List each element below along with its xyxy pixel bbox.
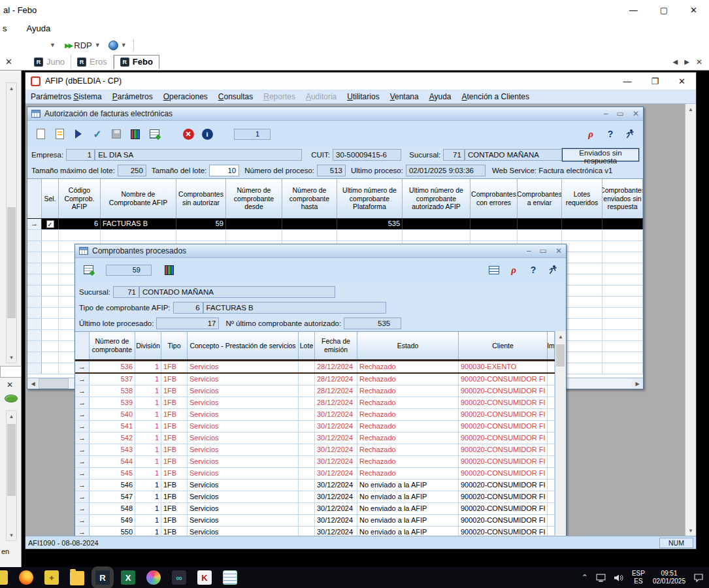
afip-menu-atenci-n-a-clientes[interactable]: Atención a Clientes: [457, 92, 535, 101]
proc-sucursal-code-field[interactable]: 71: [113, 286, 139, 298]
host-minimize-button[interactable]: —: [629, 5, 638, 15]
columns-button[interactable]: [127, 125, 144, 142]
afip-close-button[interactable]: ✕: [678, 76, 685, 86]
scroll-down-icon[interactable]: ▼: [7, 530, 16, 540]
comprobante-row-545[interactable]: →54511FBServicios30/12/2024Rechazado9000…: [75, 468, 566, 480]
proc-minimize-button[interactable]: –: [527, 246, 531, 255]
paint-icon[interactable]: [146, 570, 161, 585]
afip-menu-ayuda[interactable]: Ayuda: [424, 92, 457, 101]
vscroll-thumb[interactable]: [556, 344, 565, 367]
rdp-connect-icon[interactable]: ▶▶: [65, 42, 72, 49]
afip-minimize-button[interactable]: —: [623, 76, 631, 86]
comprobante-row-540[interactable]: →54011FBServicios30/12/2024Rechazado9000…: [75, 409, 566, 421]
comprobante-row-546[interactable]: →54611FBServicios30/12/2024No enviado a …: [75, 480, 566, 491]
rdp-dropdown-caret[interactable]: ▼: [95, 42, 101, 48]
tray-expand-icon[interactable]: ⌃: [582, 573, 588, 582]
visual-studio-icon[interactable]: ∞: [172, 570, 186, 585]
exit-runner-button[interactable]: [621, 125, 638, 142]
empresa-name-field[interactable]: EL DIA SA: [95, 149, 302, 161]
proc-sucursal-name-field[interactable]: CONTADO MAÑANA: [139, 286, 335, 298]
help-button[interactable]: ?: [602, 125, 619, 142]
comprobante-row-550[interactable]: →55011FBServicios30/12/2024No enviado a …: [75, 527, 566, 536]
proc-tipo-code-field[interactable]: 6: [173, 302, 203, 314]
proc-vertical-scrollbar[interactable]: ▲: [555, 331, 566, 535]
new-record-button[interactable]: [32, 125, 49, 142]
comprobante-row-538[interactable]: →53811FBServicios28/12/2024Rechazado9000…: [75, 385, 566, 397]
properties-button[interactable]: [51, 125, 68, 142]
grid-export-button[interactable]: [146, 125, 163, 142]
panel-close-icon[interactable]: ✕: [5, 57, 12, 67]
auth-empty-row[interactable]: [27, 230, 643, 241]
host-menu-item-cut[interactable]: s: [3, 24, 7, 33]
afip-menu-consultas[interactable]: Consultas: [213, 92, 258, 101]
exit-runner-button[interactable]: [544, 261, 561, 278]
comprobante-row-548[interactable]: →54811FBServicios30/12/2024No enviado a …: [75, 503, 566, 515]
comprobante-row-543[interactable]: →54311FBServicios30/12/2024Rechazado9000…: [75, 444, 566, 456]
columns-button[interactable]: [161, 261, 178, 278]
process-counter-field[interactable]: 1: [234, 129, 271, 140]
network-icon[interactable]: [596, 574, 606, 582]
help-button[interactable]: ?: [525, 261, 542, 278]
proc-tipo-name-field[interactable]: FACTURAS B: [203, 302, 386, 314]
sucursal-code-field[interactable]: 71: [443, 149, 465, 161]
comprobante-row-539[interactable]: →53911FBServicios28/12/2024Rechazado9000…: [75, 397, 566, 409]
run-process-button[interactable]: [70, 125, 87, 142]
afip-menu-par-metros[interactable]: Parámetros: [107, 92, 158, 101]
afip-menu-operaciones[interactable]: Operaciones: [158, 92, 213, 101]
cuit-field[interactable]: 30-50009415-6: [333, 149, 401, 161]
comprobante-row-537[interactable]: →53711FBServicios28/12/2024Rechazado9000…: [75, 374, 566, 385]
globe-dropdown-caret[interactable]: ▼: [121, 42, 127, 48]
row-checkbox[interactable]: ✓: [46, 220, 54, 228]
file-explorer-icon[interactable]: [70, 571, 84, 585]
scroll-left-icon[interactable]: ◀: [27, 378, 39, 389]
hscroll-thumb[interactable]: [39, 378, 69, 389]
host-language-indicator[interactable]: ESPES: [632, 570, 645, 586]
tab-close-icon[interactable]: ✕: [696, 57, 702, 67]
afip-menu-utilitarios[interactable]: Utilitarios: [342, 92, 384, 101]
auth-maximize-button[interactable]: ▭: [617, 109, 624, 118]
info-button[interactable]: i: [199, 125, 216, 142]
comprobante-row-541[interactable]: →54111FBServicios30/12/2024Rechazado9000…: [75, 421, 566, 433]
auth-close-button[interactable]: ✕: [633, 109, 639, 118]
cancel-process-button[interactable]: ✕: [180, 125, 197, 142]
sidebar-scrollbar-top[interactable]: ▲ ▼: [6, 82, 17, 363]
enviados-sin-respuesta-button[interactable]: Enviados sin respuesta: [562, 148, 639, 161]
tamano-lote-input[interactable]: 10: [209, 165, 239, 176]
sucursal-name-field[interactable]: CONTADO MAÑANA: [465, 149, 562, 161]
tab-scroll-left-icon[interactable]: ◀: [673, 58, 678, 65]
scroll-down-icon[interactable]: ▼: [7, 352, 16, 363]
comprobante-row-536[interactable]: →53611FBServicios28/12/2024Rechazado9000…: [75, 360, 566, 374]
notepad-icon[interactable]: [223, 570, 237, 585]
tamano-maximo-field[interactable]: 250: [118, 165, 146, 176]
auth-minimize-button[interactable]: –: [604, 109, 608, 118]
sidebar-scrollbar-bottom[interactable]: ▲ ▼: [6, 410, 17, 541]
numero-proceso-field[interactable]: 513: [317, 165, 346, 176]
tab-febo[interactable]: RFebo: [114, 55, 159, 69]
table-view-button[interactable]: [486, 261, 503, 278]
tab-scroll-right-icon[interactable]: ▶: [684, 58, 689, 65]
scroll-up-icon[interactable]: ▲: [685, 104, 696, 114]
firefox-icon[interactable]: [19, 570, 33, 585]
ultimo-proceso-field[interactable]: 02/01/2025 9:03:36: [406, 165, 486, 176]
comprobante-row-544[interactable]: →54411FBServicios30/12/2024Rechazado9000…: [75, 456, 566, 468]
scroll-up-icon[interactable]: ▲: [555, 331, 566, 342]
excel-icon[interactable]: X: [121, 570, 135, 585]
host-maximize-button[interactable]: ▢: [660, 5, 668, 15]
rho-report-button[interactable]: ρ: [505, 261, 522, 278]
keepass-icon[interactable]: K: [197, 570, 212, 585]
speaker-icon[interactable]: [614, 574, 624, 582]
mremoteng-icon[interactable]: R: [95, 570, 110, 585]
afip-menu-ventana[interactable]: Ventana: [385, 92, 424, 101]
scroll-right-icon[interactable]: ▶: [632, 378, 643, 389]
scroll-up-icon[interactable]: ▲: [7, 411, 16, 421]
grid-export-button[interactable]: [80, 261, 97, 278]
comprobante-row-547[interactable]: →54711FBServicios30/12/2024No enviado a …: [75, 491, 566, 503]
tab-eros[interactable]: REros: [71, 55, 114, 69]
scroll-down-icon[interactable]: ▼: [685, 525, 696, 536]
proc-ultimo-field[interactable]: 535: [344, 318, 401, 329]
afip-menu-par-metros-sistema[interactable]: Parámetros Sistema: [25, 92, 107, 101]
mdi-vertical-scrollbar[interactable]: ▲ ▼: [685, 104, 696, 536]
afip-restore-button[interactable]: ❐: [651, 76, 659, 86]
comprobante-row-549[interactable]: →54911FBServicios30/12/2024No enviado a …: [75, 515, 566, 527]
scrollbar-thumb[interactable]: [7, 424, 16, 496]
